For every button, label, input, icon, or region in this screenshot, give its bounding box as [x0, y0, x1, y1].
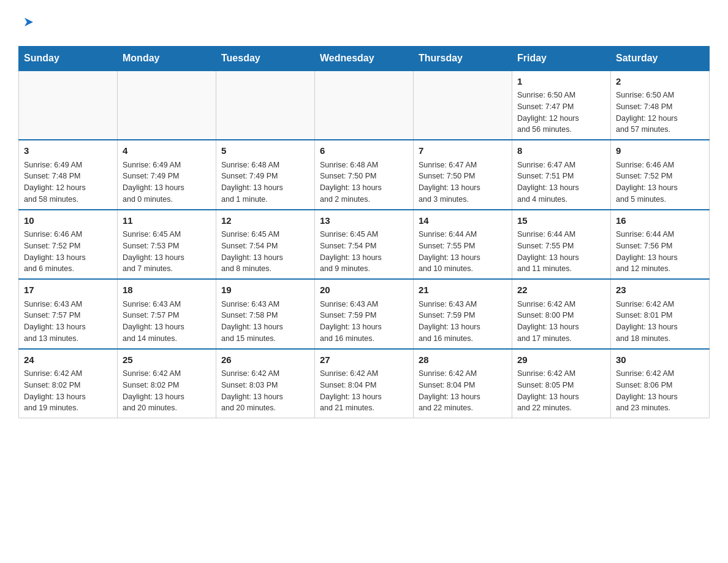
calendar-cell — [315, 71, 414, 140]
day-info: Sunrise: 6:46 AM Sunset: 7:52 PM Dayligh… — [24, 229, 112, 275]
week-row-1: 1Sunrise: 6:50 AM Sunset: 7:47 PM Daylig… — [19, 71, 710, 140]
calendar-cell: 2Sunrise: 6:50 AM Sunset: 7:48 PM Daylig… — [611, 71, 710, 140]
calendar-cell: 7Sunrise: 6:47 AM Sunset: 7:50 PM Daylig… — [414, 140, 512, 210]
calendar-cell: 27Sunrise: 6:42 AM Sunset: 8:04 PM Dayli… — [315, 349, 414, 418]
weekday-saturday: Saturday — [611, 46, 710, 71]
calendar-cell: 13Sunrise: 6:45 AM Sunset: 7:54 PM Dayli… — [315, 210, 414, 280]
day-info: Sunrise: 6:42 AM Sunset: 8:06 PM Dayligh… — [616, 368, 704, 414]
day-info: Sunrise: 6:42 AM Sunset: 8:05 PM Dayligh… — [517, 368, 605, 414]
svg-marker-0 — [25, 18, 33, 26]
calendar-cell: 11Sunrise: 6:45 AM Sunset: 7:53 PM Dayli… — [118, 210, 216, 280]
day-number: 22 — [517, 283, 605, 297]
day-number: 26 — [221, 353, 309, 367]
day-number: 24 — [24, 353, 112, 367]
calendar-cell: 8Sunrise: 6:47 AM Sunset: 7:51 PM Daylig… — [512, 140, 611, 210]
day-info: Sunrise: 6:42 AM Sunset: 8:01 PM Dayligh… — [616, 299, 704, 345]
calendar-cell: 16Sunrise: 6:44 AM Sunset: 7:56 PM Dayli… — [611, 210, 710, 280]
page-header — [18, 12, 710, 34]
day-number: 17 — [24, 283, 112, 297]
day-info: Sunrise: 6:44 AM Sunset: 7:55 PM Dayligh… — [517, 229, 605, 275]
day-info: Sunrise: 6:44 AM Sunset: 7:55 PM Dayligh… — [419, 229, 507, 275]
day-info: Sunrise: 6:50 AM Sunset: 7:48 PM Dayligh… — [616, 90, 704, 136]
day-info: Sunrise: 6:42 AM Sunset: 8:02 PM Dayligh… — [24, 368, 112, 414]
weekday-friday: Friday — [512, 46, 611, 71]
day-info: Sunrise: 6:43 AM Sunset: 7:58 PM Dayligh… — [221, 299, 309, 345]
day-info: Sunrise: 6:45 AM Sunset: 7:53 PM Dayligh… — [123, 229, 211, 275]
calendar-cell: 18Sunrise: 6:43 AM Sunset: 7:57 PM Dayli… — [118, 279, 216, 349]
calendar-cell: 9Sunrise: 6:46 AM Sunset: 7:52 PM Daylig… — [611, 140, 710, 210]
day-info: Sunrise: 6:43 AM Sunset: 7:59 PM Dayligh… — [320, 299, 408, 345]
day-number: 15 — [517, 214, 605, 228]
day-number: 9 — [616, 144, 704, 158]
day-number: 7 — [419, 144, 507, 158]
day-info: Sunrise: 6:42 AM Sunset: 8:04 PM Dayligh… — [419, 368, 507, 414]
calendar-cell: 22Sunrise: 6:42 AM Sunset: 8:00 PM Dayli… — [512, 279, 611, 349]
weekday-thursday: Thursday — [414, 46, 512, 71]
day-info: Sunrise: 6:45 AM Sunset: 7:54 PM Dayligh… — [221, 229, 309, 275]
calendar-cell: 25Sunrise: 6:42 AM Sunset: 8:02 PM Dayli… — [118, 349, 216, 418]
calendar-cell: 1Sunrise: 6:50 AM Sunset: 7:47 PM Daylig… — [512, 71, 611, 140]
calendar-cell: 15Sunrise: 6:44 AM Sunset: 7:55 PM Dayli… — [512, 210, 611, 280]
day-number: 21 — [419, 283, 507, 297]
day-info: Sunrise: 6:42 AM Sunset: 8:04 PM Dayligh… — [320, 368, 408, 414]
weekday-wednesday: Wednesday — [315, 46, 414, 71]
calendar-cell: 3Sunrise: 6:49 AM Sunset: 7:48 PM Daylig… — [19, 140, 118, 210]
calendar-cell: 14Sunrise: 6:44 AM Sunset: 7:55 PM Dayli… — [414, 210, 512, 280]
calendar-cell: 17Sunrise: 6:43 AM Sunset: 7:57 PM Dayli… — [19, 279, 118, 349]
day-number: 28 — [419, 353, 507, 367]
day-number: 8 — [517, 144, 605, 158]
day-number: 2 — [616, 75, 704, 89]
day-info: Sunrise: 6:50 AM Sunset: 7:47 PM Dayligh… — [517, 90, 605, 136]
day-info: Sunrise: 6:46 AM Sunset: 7:52 PM Dayligh… — [616, 159, 704, 205]
calendar-cell: 30Sunrise: 6:42 AM Sunset: 8:06 PM Dayli… — [611, 349, 710, 418]
weekday-sunday: Sunday — [19, 46, 118, 71]
calendar-cell: 29Sunrise: 6:42 AM Sunset: 8:05 PM Dayli… — [512, 349, 611, 418]
day-info: Sunrise: 6:45 AM Sunset: 7:54 PM Dayligh… — [320, 229, 408, 275]
day-number: 29 — [517, 353, 605, 367]
calendar-cell: 6Sunrise: 6:48 AM Sunset: 7:50 PM Daylig… — [315, 140, 414, 210]
calendar-cell — [118, 71, 216, 140]
logo — [18, 12, 34, 34]
week-row-2: 3Sunrise: 6:49 AM Sunset: 7:48 PM Daylig… — [19, 140, 710, 210]
day-info: Sunrise: 6:42 AM Sunset: 8:02 PM Dayligh… — [123, 368, 211, 414]
day-number: 13 — [320, 214, 408, 228]
day-number: 1 — [517, 75, 605, 89]
day-number: 5 — [221, 144, 309, 158]
day-number: 23 — [616, 283, 704, 297]
weekday-header-row: SundayMondayTuesdayWednesdayThursdayFrid… — [19, 46, 710, 71]
day-number: 25 — [123, 353, 211, 367]
calendar-table: SundayMondayTuesdayWednesdayThursdayFrid… — [18, 46, 710, 419]
logo-arrow-icon — [21, 12, 34, 34]
calendar-cell: 24Sunrise: 6:42 AM Sunset: 8:02 PM Dayli… — [19, 349, 118, 418]
day-number: 18 — [123, 283, 211, 297]
day-number: 3 — [24, 144, 112, 158]
calendar-cell — [19, 71, 118, 140]
day-info: Sunrise: 6:44 AM Sunset: 7:56 PM Dayligh… — [616, 229, 704, 275]
calendar-cell: 12Sunrise: 6:45 AM Sunset: 7:54 PM Dayli… — [216, 210, 315, 280]
calendar-cell: 10Sunrise: 6:46 AM Sunset: 7:52 PM Dayli… — [19, 210, 118, 280]
day-info: Sunrise: 6:48 AM Sunset: 7:49 PM Dayligh… — [221, 159, 309, 205]
day-info: Sunrise: 6:49 AM Sunset: 7:48 PM Dayligh… — [24, 159, 112, 205]
calendar-cell: 4Sunrise: 6:49 AM Sunset: 7:49 PM Daylig… — [118, 140, 216, 210]
calendar-cell: 19Sunrise: 6:43 AM Sunset: 7:58 PM Dayli… — [216, 279, 315, 349]
day-number: 20 — [320, 283, 408, 297]
weekday-tuesday: Tuesday — [216, 46, 315, 71]
weekday-monday: Monday — [118, 46, 216, 71]
day-number: 10 — [24, 214, 112, 228]
week-row-4: 17Sunrise: 6:43 AM Sunset: 7:57 PM Dayli… — [19, 279, 710, 349]
day-info: Sunrise: 6:42 AM Sunset: 8:03 PM Dayligh… — [221, 368, 309, 414]
day-info: Sunrise: 6:49 AM Sunset: 7:49 PM Dayligh… — [123, 159, 211, 205]
day-info: Sunrise: 6:43 AM Sunset: 7:59 PM Dayligh… — [419, 299, 507, 345]
day-number: 27 — [320, 353, 408, 367]
calendar-cell: 21Sunrise: 6:43 AM Sunset: 7:59 PM Dayli… — [414, 279, 512, 349]
day-info: Sunrise: 6:47 AM Sunset: 7:50 PM Dayligh… — [419, 159, 507, 205]
day-number: 30 — [616, 353, 704, 367]
week-row-3: 10Sunrise: 6:46 AM Sunset: 7:52 PM Dayli… — [19, 210, 710, 280]
day-info: Sunrise: 6:43 AM Sunset: 7:57 PM Dayligh… — [24, 299, 112, 345]
day-info: Sunrise: 6:48 AM Sunset: 7:50 PM Dayligh… — [320, 159, 408, 205]
week-row-5: 24Sunrise: 6:42 AM Sunset: 8:02 PM Dayli… — [19, 349, 710, 418]
calendar-cell — [216, 71, 315, 140]
day-number: 16 — [616, 214, 704, 228]
calendar-cell — [414, 71, 512, 140]
day-info: Sunrise: 6:43 AM Sunset: 7:57 PM Dayligh… — [123, 299, 211, 345]
